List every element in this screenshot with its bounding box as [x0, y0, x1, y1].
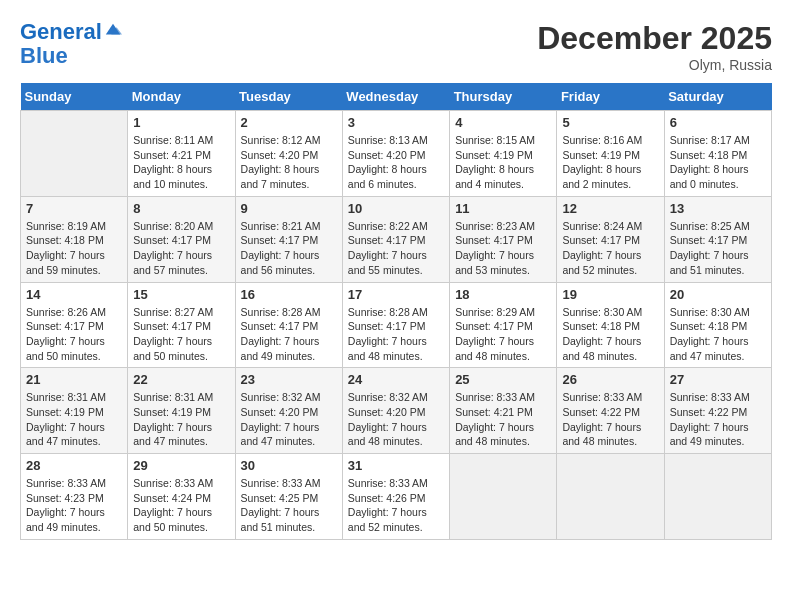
- day-info: Sunrise: 8:32 AMSunset: 4:20 PMDaylight:…: [241, 390, 337, 449]
- day-number: 24: [348, 372, 444, 387]
- day-cell: 15Sunrise: 8:27 AMSunset: 4:17 PMDayligh…: [128, 282, 235, 368]
- day-number: 9: [241, 201, 337, 216]
- month-title: December 2025: [537, 20, 772, 57]
- day-info: Sunrise: 8:32 AMSunset: 4:20 PMDaylight:…: [348, 390, 444, 449]
- day-cell: 20Sunrise: 8:30 AMSunset: 4:18 PMDayligh…: [664, 282, 771, 368]
- day-cell: 31Sunrise: 8:33 AMSunset: 4:26 PMDayligh…: [342, 454, 449, 540]
- day-number: 7: [26, 201, 122, 216]
- week-row-5: 28Sunrise: 8:33 AMSunset: 4:23 PMDayligh…: [21, 454, 772, 540]
- day-cell: 2Sunrise: 8:12 AMSunset: 4:20 PMDaylight…: [235, 111, 342, 197]
- day-info: Sunrise: 8:16 AMSunset: 4:19 PMDaylight:…: [562, 133, 658, 192]
- day-number: 28: [26, 458, 122, 473]
- day-cell: 29Sunrise: 8:33 AMSunset: 4:24 PMDayligh…: [128, 454, 235, 540]
- day-number: 25: [455, 372, 551, 387]
- day-info: Sunrise: 8:33 AMSunset: 4:26 PMDaylight:…: [348, 476, 444, 535]
- logo-line1: General: [20, 19, 102, 44]
- day-info: Sunrise: 8:15 AMSunset: 4:19 PMDaylight:…: [455, 133, 551, 192]
- week-row-1: 1Sunrise: 8:11 AMSunset: 4:21 PMDaylight…: [21, 111, 772, 197]
- day-cell: 26Sunrise: 8:33 AMSunset: 4:22 PMDayligh…: [557, 368, 664, 454]
- week-row-2: 7Sunrise: 8:19 AMSunset: 4:18 PMDaylight…: [21, 196, 772, 282]
- day-cell: 11Sunrise: 8:23 AMSunset: 4:17 PMDayligh…: [450, 196, 557, 282]
- day-info: Sunrise: 8:23 AMSunset: 4:17 PMDaylight:…: [455, 219, 551, 278]
- page-header: General Blue December 2025 Olym, Russia: [20, 20, 772, 73]
- day-cell: 24Sunrise: 8:32 AMSunset: 4:20 PMDayligh…: [342, 368, 449, 454]
- day-cell: 9Sunrise: 8:21 AMSunset: 4:17 PMDaylight…: [235, 196, 342, 282]
- day-info: Sunrise: 8:21 AMSunset: 4:17 PMDaylight:…: [241, 219, 337, 278]
- day-info: Sunrise: 8:22 AMSunset: 4:17 PMDaylight:…: [348, 219, 444, 278]
- day-info: Sunrise: 8:31 AMSunset: 4:19 PMDaylight:…: [26, 390, 122, 449]
- calendar-table: SundayMondayTuesdayWednesdayThursdayFrid…: [20, 83, 772, 540]
- header-cell-sunday: Sunday: [21, 83, 128, 111]
- day-info: Sunrise: 8:30 AMSunset: 4:18 PMDaylight:…: [670, 305, 766, 364]
- day-cell: 25Sunrise: 8:33 AMSunset: 4:21 PMDayligh…: [450, 368, 557, 454]
- day-number: 6: [670, 115, 766, 130]
- day-info: Sunrise: 8:26 AMSunset: 4:17 PMDaylight:…: [26, 305, 122, 364]
- day-number: 23: [241, 372, 337, 387]
- day-info: Sunrise: 8:12 AMSunset: 4:20 PMDaylight:…: [241, 133, 337, 192]
- logo: General Blue: [20, 20, 122, 68]
- day-number: 19: [562, 287, 658, 302]
- day-cell: [664, 454, 771, 540]
- day-cell: 21Sunrise: 8:31 AMSunset: 4:19 PMDayligh…: [21, 368, 128, 454]
- day-cell: 8Sunrise: 8:20 AMSunset: 4:17 PMDaylight…: [128, 196, 235, 282]
- header-cell-wednesday: Wednesday: [342, 83, 449, 111]
- day-info: Sunrise: 8:30 AMSunset: 4:18 PMDaylight:…: [562, 305, 658, 364]
- day-cell: 7Sunrise: 8:19 AMSunset: 4:18 PMDaylight…: [21, 196, 128, 282]
- day-number: 22: [133, 372, 229, 387]
- day-info: Sunrise: 8:31 AMSunset: 4:19 PMDaylight:…: [133, 390, 229, 449]
- day-info: Sunrise: 8:17 AMSunset: 4:18 PMDaylight:…: [670, 133, 766, 192]
- week-row-4: 21Sunrise: 8:31 AMSunset: 4:19 PMDayligh…: [21, 368, 772, 454]
- day-number: 16: [241, 287, 337, 302]
- day-cell: 27Sunrise: 8:33 AMSunset: 4:22 PMDayligh…: [664, 368, 771, 454]
- day-number: 12: [562, 201, 658, 216]
- day-number: 3: [348, 115, 444, 130]
- day-cell: 14Sunrise: 8:26 AMSunset: 4:17 PMDayligh…: [21, 282, 128, 368]
- day-cell: 6Sunrise: 8:17 AMSunset: 4:18 PMDaylight…: [664, 111, 771, 197]
- day-cell: 1Sunrise: 8:11 AMSunset: 4:21 PMDaylight…: [128, 111, 235, 197]
- day-cell: [450, 454, 557, 540]
- day-number: 5: [562, 115, 658, 130]
- header-cell-saturday: Saturday: [664, 83, 771, 111]
- header-cell-friday: Friday: [557, 83, 664, 111]
- day-info: Sunrise: 8:27 AMSunset: 4:17 PMDaylight:…: [133, 305, 229, 364]
- day-cell: 3Sunrise: 8:13 AMSunset: 4:20 PMDaylight…: [342, 111, 449, 197]
- day-cell: 12Sunrise: 8:24 AMSunset: 4:17 PMDayligh…: [557, 196, 664, 282]
- day-info: Sunrise: 8:19 AMSunset: 4:18 PMDaylight:…: [26, 219, 122, 278]
- day-info: Sunrise: 8:33 AMSunset: 4:22 PMDaylight:…: [670, 390, 766, 449]
- week-row-3: 14Sunrise: 8:26 AMSunset: 4:17 PMDayligh…: [21, 282, 772, 368]
- day-number: 2: [241, 115, 337, 130]
- day-info: Sunrise: 8:20 AMSunset: 4:17 PMDaylight:…: [133, 219, 229, 278]
- day-number: 18: [455, 287, 551, 302]
- header-cell-tuesday: Tuesday: [235, 83, 342, 111]
- day-cell: 23Sunrise: 8:32 AMSunset: 4:20 PMDayligh…: [235, 368, 342, 454]
- header-cell-thursday: Thursday: [450, 83, 557, 111]
- day-number: 4: [455, 115, 551, 130]
- day-cell: 28Sunrise: 8:33 AMSunset: 4:23 PMDayligh…: [21, 454, 128, 540]
- day-cell: 30Sunrise: 8:33 AMSunset: 4:25 PMDayligh…: [235, 454, 342, 540]
- location: Olym, Russia: [537, 57, 772, 73]
- day-info: Sunrise: 8:33 AMSunset: 4:25 PMDaylight:…: [241, 476, 337, 535]
- day-info: Sunrise: 8:29 AMSunset: 4:17 PMDaylight:…: [455, 305, 551, 364]
- day-cell: [557, 454, 664, 540]
- logo-icon: [104, 21, 122, 39]
- title-block: December 2025 Olym, Russia: [537, 20, 772, 73]
- day-number: 30: [241, 458, 337, 473]
- day-info: Sunrise: 8:33 AMSunset: 4:21 PMDaylight:…: [455, 390, 551, 449]
- day-cell: 4Sunrise: 8:15 AMSunset: 4:19 PMDaylight…: [450, 111, 557, 197]
- day-info: Sunrise: 8:11 AMSunset: 4:21 PMDaylight:…: [133, 133, 229, 192]
- day-info: Sunrise: 8:28 AMSunset: 4:17 PMDaylight:…: [241, 305, 337, 364]
- calendar-body: 1Sunrise: 8:11 AMSunset: 4:21 PMDaylight…: [21, 111, 772, 540]
- day-number: 11: [455, 201, 551, 216]
- day-info: Sunrise: 8:25 AMSunset: 4:17 PMDaylight:…: [670, 219, 766, 278]
- day-number: 14: [26, 287, 122, 302]
- day-number: 21: [26, 372, 122, 387]
- day-cell: 10Sunrise: 8:22 AMSunset: 4:17 PMDayligh…: [342, 196, 449, 282]
- day-number: 17: [348, 287, 444, 302]
- logo-line2: Blue: [20, 44, 122, 68]
- day-number: 10: [348, 201, 444, 216]
- day-cell: 13Sunrise: 8:25 AMSunset: 4:17 PMDayligh…: [664, 196, 771, 282]
- day-info: Sunrise: 8:28 AMSunset: 4:17 PMDaylight:…: [348, 305, 444, 364]
- day-cell: 19Sunrise: 8:30 AMSunset: 4:18 PMDayligh…: [557, 282, 664, 368]
- day-number: 1: [133, 115, 229, 130]
- day-info: Sunrise: 8:24 AMSunset: 4:17 PMDaylight:…: [562, 219, 658, 278]
